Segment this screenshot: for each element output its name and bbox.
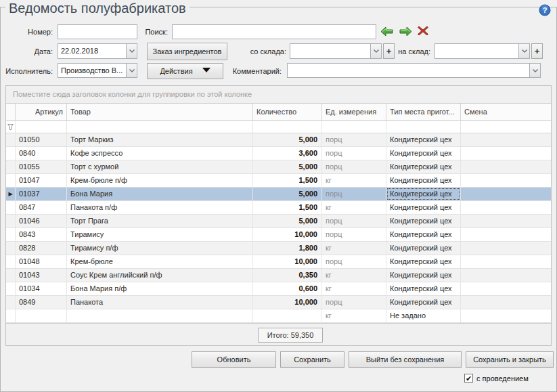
cell-product[interactable]: Торт Прага: [67, 215, 253, 227]
cell-unit[interactable]: кг: [322, 309, 386, 322]
cell-prep-type[interactable]: Кондитерский цех: [386, 255, 461, 268]
cell-prep-type[interactable]: Кондитерский цех: [386, 147, 461, 160]
table-row[interactable]: 0840Кофе эспрессо3,600порцКондитерский ц…: [6, 147, 551, 160]
cell-prep-type[interactable]: Кондитерский цех: [386, 188, 461, 200]
column-header-shift[interactable]: Смена: [461, 104, 551, 121]
exit-without-saving-button[interactable]: Выйти без сохранения: [349, 351, 462, 368]
cell-articul[interactable]: 01047: [16, 174, 67, 187]
search-clear-icon[interactable]: [418, 26, 428, 38]
cell-articul[interactable]: 0843: [16, 228, 67, 241]
cell-product[interactable]: Панакота: [67, 296, 253, 309]
cell-shift[interactable]: [461, 174, 551, 187]
column-header-product[interactable]: Товар: [67, 104, 253, 121]
cell-quantity[interactable]: 3,600: [253, 147, 322, 160]
cell-unit[interactable]: порц: [322, 296, 386, 309]
cell-articul[interactable]: 01055: [16, 160, 67, 173]
cell-quantity[interactable]: 5,000: [253, 133, 322, 146]
cell-prep-type[interactable]: Кондитерский цех: [386, 133, 461, 146]
cell-prep-type[interactable]: Кондитерский цех: [386, 174, 461, 187]
cell-unit[interactable]: порц: [322, 147, 386, 160]
cell-product[interactable]: [67, 309, 253, 322]
add-to-store-button[interactable]: +: [531, 43, 543, 59]
to-store-select[interactable]: [435, 43, 530, 59]
column-header-articul[interactable]: Артикул: [16, 104, 67, 121]
cell-shift[interactable]: [461, 133, 551, 146]
cell-shift[interactable]: [461, 282, 551, 295]
date-picker[interactable]: 22.02.2018: [58, 43, 137, 59]
cell-unit[interactable]: кг: [322, 269, 386, 282]
from-store-select[interactable]: [290, 43, 382, 59]
group-by-panel[interactable]: Поместите сюда заголовок колонки для гру…: [6, 86, 551, 104]
cell-prep-type[interactable]: Кондитерский цех: [386, 282, 461, 295]
cell-quantity[interactable]: 10,000: [253, 228, 322, 241]
table-row[interactable]: 0828Тирамису п/ф1,800кгКондитерский цех: [6, 242, 551, 255]
cell-articul[interactable]: [16, 309, 67, 322]
save-and-close-button[interactable]: Сохранить и закрыть: [466, 351, 554, 368]
cell-quantity[interactable]: 1,800: [253, 242, 322, 255]
cell-articul[interactable]: 01048: [16, 255, 67, 268]
table-row[interactable]: 01043Соус Крем английский п/ф0,350кгКонд…: [6, 269, 551, 282]
cell-quantity[interactable]: [253, 309, 322, 322]
cell-quantity[interactable]: 1,500: [253, 201, 322, 214]
cell-quantity[interactable]: 5,000: [253, 188, 322, 200]
cell-quantity[interactable]: 0,600: [253, 282, 322, 295]
order-ingredients-button[interactable]: Заказ ингредиентов: [147, 43, 227, 60]
save-button[interactable]: Сохранить: [280, 351, 344, 368]
table-row[interactable]: кгНе задано: [6, 309, 551, 323]
cell-product[interactable]: Бона Мария п/ф: [67, 282, 253, 295]
cell-prep-type[interactable]: Кондитерский цех: [386, 228, 461, 241]
actions-button[interactable]: Действия: [147, 63, 223, 79]
chevron-down-icon[interactable]: [126, 44, 137, 58]
chevron-down-icon[interactable]: [518, 44, 529, 58]
table-row[interactable]: 01046Торт Прага5,000порцКондитерский цех: [6, 215, 551, 228]
cell-prep-type[interactable]: Кондитерский цех: [386, 296, 461, 309]
cell-unit[interactable]: кг: [322, 201, 386, 214]
cell-shift[interactable]: [461, 160, 551, 173]
cell-shift[interactable]: [461, 255, 551, 268]
column-header-quantity[interactable]: Количество: [253, 104, 322, 121]
cell-quantity[interactable]: 1,500: [253, 174, 322, 187]
cell-unit[interactable]: порц: [322, 188, 386, 200]
number-input[interactable]: [58, 24, 137, 39]
search-input[interactable]: [172, 24, 376, 39]
cell-articul[interactable]: 0828: [16, 242, 67, 255]
cell-quantity[interactable]: 10,000: [253, 255, 322, 268]
table-row[interactable]: 01034Бона Мария п/ф0,600кгКондитерский ц…: [6, 282, 551, 296]
chevron-down-icon[interactable]: [370, 44, 381, 58]
help-icon[interactable]: ?: [539, 4, 551, 16]
cell-articul[interactable]: 01043: [16, 269, 67, 282]
cell-unit[interactable]: кг: [322, 242, 386, 255]
cell-quantity[interactable]: 5,000: [253, 215, 322, 227]
chevron-down-icon[interactable]: [126, 64, 137, 77]
cell-product[interactable]: Крем-брюле п/ф: [67, 174, 253, 187]
cell-prep-type[interactable]: Кондитерский цех: [386, 160, 461, 173]
cell-product[interactable]: Соус Крем английский п/ф: [67, 269, 253, 282]
cell-shift[interactable]: [461, 147, 551, 160]
cell-articul[interactable]: 01046: [16, 215, 67, 227]
column-header-unit[interactable]: Ед. измерения: [322, 104, 386, 121]
with-posting-checkbox[interactable]: ✔: [464, 374, 473, 383]
cell-product[interactable]: Тирамису: [67, 228, 253, 241]
search-prev-icon[interactable]: [380, 26, 393, 39]
cell-prep-type[interactable]: Кондитерский цех: [386, 201, 461, 214]
cell-product[interactable]: Торт Маркиз: [67, 133, 253, 146]
cell-unit[interactable]: порц: [322, 255, 386, 268]
cell-unit[interactable]: кг: [322, 282, 386, 295]
cell-articul[interactable]: 0849: [16, 296, 67, 309]
cell-unit[interactable]: порц: [322, 215, 386, 227]
comment-select[interactable]: [287, 63, 541, 78]
cell-product[interactable]: Кофе эспрессо: [67, 147, 253, 160]
cell-prep-type[interactable]: Кондитерский цех: [386, 242, 461, 255]
cell-product[interactable]: Тирамису п/ф: [67, 242, 253, 255]
cell-quantity[interactable]: 0,350: [253, 269, 322, 282]
filter-cell-prep-type[interactable]: [386, 121, 461, 133]
cell-shift[interactable]: [461, 215, 551, 227]
cell-prep-type[interactable]: Кондитерский цех: [386, 215, 461, 227]
table-row[interactable]: 0847Панакота п/ф1,500кгКондитерский цех: [6, 201, 551, 215]
filter-cell-quantity[interactable]: [253, 121, 322, 133]
table-row[interactable]: 01055Торт с хурмой5,000порцКондитерский …: [6, 160, 551, 174]
table-row[interactable]: ▶01037Бона Мария5,000порцКондитерский це…: [6, 188, 551, 201]
executor-select[interactable]: Производство В...: [58, 63, 137, 78]
cell-shift[interactable]: [461, 201, 551, 214]
cell-articul[interactable]: 0840: [16, 147, 67, 160]
